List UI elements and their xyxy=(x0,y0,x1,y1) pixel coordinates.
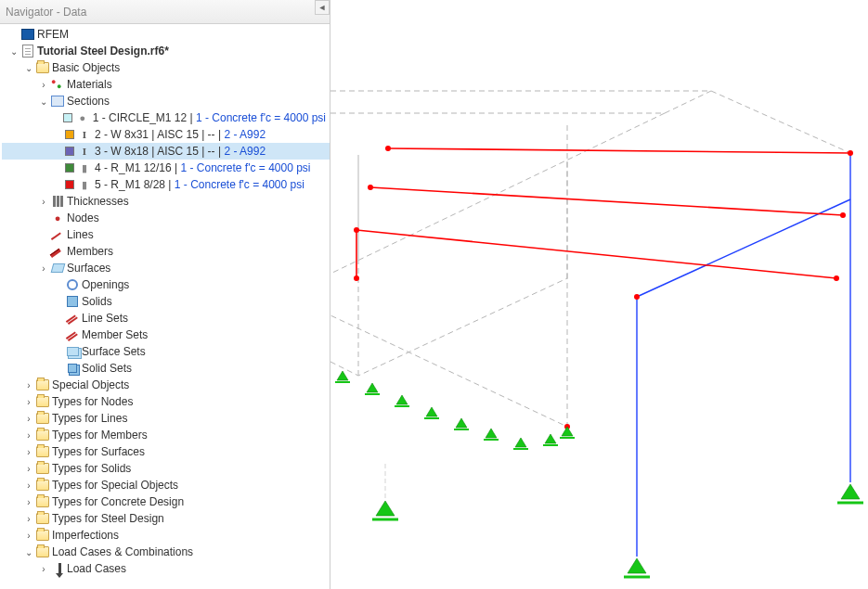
svg-line-0 xyxy=(665,91,711,113)
section-2[interactable]: I2 - W 8x31 | AISC 15 | -- | 2 - A992 xyxy=(2,126,330,143)
svg-marker-17 xyxy=(337,371,348,380)
tree-item-label: Special Objects xyxy=(52,378,129,391)
folder-basic-objects[interactable]: ⌄Basic Objects xyxy=(2,59,330,76)
tree-item-label: Lines xyxy=(67,228,94,241)
tree-item-label: Types for Lines xyxy=(52,412,127,425)
section-3[interactable]: I3 - W 8x18 | AISC 15 | -- | 2 - A992 xyxy=(2,143,330,160)
color-swatch xyxy=(65,180,74,189)
expand-icon[interactable]: › xyxy=(22,462,35,475)
tree-item-label: Types for Concrete Design xyxy=(52,495,184,508)
tree-item-label: Imperfections xyxy=(52,529,119,542)
svg-point-9 xyxy=(849,151,852,155)
folder-types-lines[interactable]: ›Types for Lines xyxy=(2,410,330,427)
nodes[interactable]: Nodes xyxy=(2,210,330,226)
expand-icon[interactable]: › xyxy=(22,378,35,391)
navigator-title: Navigator - Data xyxy=(6,6,86,19)
tree-item-label: Load Cases xyxy=(67,562,126,575)
expand-icon[interactable]: › xyxy=(37,195,50,208)
tree-item-label: Sections xyxy=(67,95,110,108)
sections[interactable]: ⌄Sections xyxy=(2,93,330,109)
folder-types-solids[interactable]: ›Types for Solids xyxy=(2,460,330,477)
member-sets[interactable]: Member Sets xyxy=(2,327,330,343)
svg-marker-19 xyxy=(367,383,378,392)
project-file-icon xyxy=(20,44,35,58)
folder-types-concrete-icon xyxy=(35,494,50,509)
tree-item-label: Types for Surfaces xyxy=(52,445,145,458)
folder-types-solids-icon xyxy=(35,461,50,476)
thicknesses[interactable]: ›Thicknesses xyxy=(2,193,330,210)
surfaces-icon xyxy=(50,261,65,275)
folder-types-surfaces[interactable]: ›Types for Surfaces xyxy=(2,443,330,460)
expand-icon[interactable]: › xyxy=(37,262,50,275)
navigator-panel: Navigator - Data ◄ RFEM⌄Tutorial Steel D… xyxy=(0,0,330,589)
load-cases-icon xyxy=(50,561,65,576)
app-root-icon xyxy=(20,27,35,42)
tree-item-label: Materials xyxy=(67,78,112,91)
tree-item-label: Nodes xyxy=(67,211,99,224)
collapse-icon[interactable]: ⌄ xyxy=(22,61,35,74)
expand-icon[interactable]: › xyxy=(22,429,35,442)
surface-sets[interactable]: Surface Sets xyxy=(2,343,330,360)
openings-icon xyxy=(65,277,80,292)
svg-point-16 xyxy=(841,213,845,217)
folder-types-special[interactable]: ›Types for Special Objects xyxy=(2,477,330,493)
folder-types-steel[interactable]: ›Types for Steel Design xyxy=(2,510,330,527)
expand-icon[interactable]: › xyxy=(22,529,35,542)
section-5[interactable]: ▮5 - R_M1 8/28 | 1 - Concrete f'c = 4000… xyxy=(2,176,330,193)
members[interactable]: Members xyxy=(2,243,330,260)
lines[interactable]: Lines xyxy=(2,226,330,243)
app-root[interactable]: RFEM xyxy=(2,26,330,43)
expand-icon[interactable]: › xyxy=(22,445,35,458)
folder-load-cases-icon xyxy=(35,544,50,559)
collapse-panel-button[interactable]: ◄ xyxy=(315,0,330,15)
folder-types-nodes[interactable]: ›Types for Nodes xyxy=(2,393,330,410)
expand-icon[interactable]: › xyxy=(22,395,35,408)
tree-item-material-link[interactable]: 2 - A992 xyxy=(224,128,266,141)
member-sets-icon xyxy=(65,327,80,342)
tree-item-label: 5 - R_M1 8/28 | 1 - Concrete f'c = 4000 … xyxy=(95,178,304,191)
collapse-icon[interactable]: ⌄ xyxy=(22,545,35,558)
color-swatch xyxy=(65,130,74,139)
section-4[interactable]: ▮4 - R_M1 12/16 | 1 - Concrete f'c = 400… xyxy=(2,160,330,176)
solid-sets[interactable]: Solid Sets xyxy=(2,360,330,377)
tree-item-material-link[interactable]: 2 - A992 xyxy=(224,145,266,158)
project-file[interactable]: ⌄Tutorial Steel Design.rf6* xyxy=(2,43,330,59)
svg-marker-21 xyxy=(396,395,408,404)
folder-types-members[interactable]: ›Types for Members xyxy=(2,427,330,443)
folder-special-objects-icon xyxy=(35,378,50,392)
folder-types-concrete[interactable]: ›Types for Concrete Design xyxy=(2,493,330,510)
lines-icon xyxy=(50,227,65,242)
folder-imperfections[interactable]: ›Imperfections xyxy=(2,527,330,544)
tree-item-material-link[interactable]: 1 - Concrete f'c = 4000 psi xyxy=(181,161,311,174)
svg-marker-29 xyxy=(515,438,526,447)
collapse-icon[interactable]: ⌄ xyxy=(37,95,50,108)
section-shape-icon: I xyxy=(78,128,91,141)
expand-icon[interactable]: › xyxy=(22,412,35,425)
tree-item-material-link[interactable]: 1 - Concrete f'c = 4000 psi xyxy=(196,111,326,124)
tree-item-label: Types for Steel Design xyxy=(52,512,164,525)
tree-item-label: Basic Objects xyxy=(52,61,120,74)
line-sets[interactable]: Line Sets xyxy=(2,310,330,327)
solids[interactable]: Solids xyxy=(2,293,330,310)
section-1[interactable]: ●1 - CIRCLE_M1 12 | 1 - Concrete f'c = 4… xyxy=(2,109,330,126)
load-cases[interactable]: ›Load Cases xyxy=(2,560,330,577)
expand-icon[interactable]: › xyxy=(22,479,35,492)
tree-item-label: Tutorial Steel Design.rf6* xyxy=(37,45,169,58)
expand-icon[interactable]: › xyxy=(37,562,50,575)
expand-icon[interactable]: › xyxy=(37,78,50,91)
collapse-icon[interactable]: ⌄ xyxy=(7,45,20,58)
folder-load-cases[interactable]: ⌄Load Cases & Combinations xyxy=(2,544,330,560)
folder-special-objects[interactable]: ›Special Objects xyxy=(2,377,330,393)
navigator-tree[interactable]: RFEM⌄Tutorial Steel Design.rf6*⌄Basic Ob… xyxy=(0,24,330,589)
expand-icon[interactable]: › xyxy=(22,512,35,525)
model-viewport[interactable] xyxy=(330,0,868,589)
tree-item-label: Thicknesses xyxy=(67,195,129,208)
expand-icon[interactable]: › xyxy=(22,495,35,508)
tree-item-label: Line Sets xyxy=(82,312,128,325)
openings[interactable]: Openings xyxy=(2,276,330,293)
tree-item-material-link[interactable]: 1 - Concrete f'c = 4000 psi xyxy=(175,178,304,191)
surfaces[interactable]: ›Surfaces xyxy=(2,260,330,276)
svg-marker-31 xyxy=(545,434,556,443)
materials[interactable]: ›Materials xyxy=(2,76,330,93)
section-shape-icon: ▮ xyxy=(78,178,91,191)
